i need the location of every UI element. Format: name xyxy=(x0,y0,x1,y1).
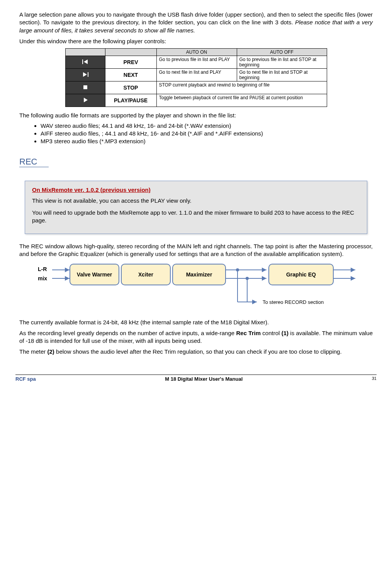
intro-paragraph-2: Under this window there are the followin… xyxy=(19,37,373,45)
flow-record-caption: To stereo RECORD section xyxy=(263,299,324,305)
play-icon xyxy=(65,94,105,107)
prev-on: Go to previous file in list and PLAY xyxy=(156,56,237,69)
next-label: NEXT xyxy=(105,69,156,81)
header-auto-on: AUTO ON xyxy=(156,49,237,56)
document-page: A large selection pane allows you to nav… xyxy=(0,0,392,363)
page-footer: RCF spa M 18 Digital Mixer User's Manual… xyxy=(15,375,377,382)
footer-company: RCF spa xyxy=(15,376,36,382)
text: The meter xyxy=(19,348,48,355)
svg-rect-0 xyxy=(82,59,83,64)
next-on: Go to next file in list and PLAY xyxy=(156,69,237,81)
marker-2: (2) xyxy=(48,348,54,355)
header-empty-2 xyxy=(105,49,156,56)
marker-1: (1) xyxy=(282,330,288,336)
svg-rect-4 xyxy=(83,85,87,89)
prev-off: Go to previous file in list and STOP at … xyxy=(237,56,327,69)
header-auto-off: AUTO OFF xyxy=(237,49,327,56)
stop-label: STOP xyxy=(105,81,156,94)
version-notice-box: On MixRemote ver. 1.0.2 (previous versio… xyxy=(25,181,367,234)
rec-paragraph-3: As the recording level greatly depends o… xyxy=(19,329,373,345)
play-pause-label: PLAY/PAUSE xyxy=(105,94,156,107)
footer-title: M 18 Digital Mixer User's Manual xyxy=(36,376,372,382)
table-row: PREV Go to previous file in list and PLA… xyxy=(65,56,327,69)
svg-marker-1 xyxy=(84,59,88,64)
header-empty-1 xyxy=(65,49,105,56)
text: control xyxy=(262,330,281,336)
svg-marker-5 xyxy=(84,98,88,102)
signal-flow-diagram: L-R mix Valve Warmer Xciter Maximizer Gr… xyxy=(19,261,373,315)
formats-intro: The following audio file formats are sup… xyxy=(19,112,373,119)
flow-box-maximizer: Maximizer xyxy=(172,264,226,285)
footer-page-number: 31 xyxy=(372,376,377,381)
flow-box-valve-warmer: Valve Warmer xyxy=(70,264,119,285)
rec-paragraph-1: The REC window allows high-quality, ster… xyxy=(19,242,373,258)
rec-paragraph-4: The meter (2) below shows the audio leve… xyxy=(19,348,373,356)
rec-paragraph-2: The currently available format is 24-bit… xyxy=(19,319,373,326)
notice-title: On MixRemote ver. 1.0.2 (previous versio… xyxy=(32,186,360,193)
flow-box-xciter: Xciter xyxy=(121,264,171,285)
notice-p2: You will need to upgrade both the MixRem… xyxy=(32,209,360,225)
play-pause-desc: Toggle between playback of current file … xyxy=(156,94,327,107)
flow-box-graphic-eq: Graphic EQ xyxy=(268,264,334,285)
table-row: STOP STOP current playback and rewind to… xyxy=(65,81,327,94)
next-icon xyxy=(65,69,105,81)
rec-heading: REC xyxy=(19,157,49,167)
svg-marker-2 xyxy=(83,72,87,77)
rec-trim-bold: Rec Trim xyxy=(236,330,261,336)
flow-input-lr: L-R xyxy=(38,266,47,272)
list-item: MP3 stereo audio files (*.MP3 extension) xyxy=(41,138,373,144)
table-row: PLAY/PAUSE Toggle between playback of cu… xyxy=(65,94,327,107)
next-off: Go to next file in list and STOP at begi… xyxy=(237,69,327,81)
notice-p1: This view is not available, you can acce… xyxy=(32,197,360,205)
formats-list: WAV stereo audio files; 44.1 and 48 kHz,… xyxy=(19,122,373,144)
svg-rect-3 xyxy=(88,72,88,77)
text: below shows the audio level after the Re… xyxy=(56,348,342,355)
flow-input-mix: mix xyxy=(38,275,47,281)
list-item: AIFF stereo audio files, ; 44.1 and 48 k… xyxy=(41,130,373,137)
stop-desc: STOP current playback and rewind to begi… xyxy=(156,81,327,94)
text: As the recording level greatly depends o… xyxy=(19,330,236,336)
list-item: WAV stereo audio files; 44.1 and 48 kHz,… xyxy=(41,122,373,129)
table-header-row: AUTO ON AUTO OFF xyxy=(65,49,327,56)
player-controls-table: AUTO ON AUTO OFF PREV Go to previous fil… xyxy=(65,48,327,107)
intro-paragraph-1: A large selection pane allows you to nav… xyxy=(19,11,373,34)
table-row: NEXT Go to next file in list and PLAY Go… xyxy=(65,69,327,81)
prev-icon xyxy=(65,56,105,69)
prev-label: PREV xyxy=(105,56,156,69)
stop-icon xyxy=(65,81,105,94)
